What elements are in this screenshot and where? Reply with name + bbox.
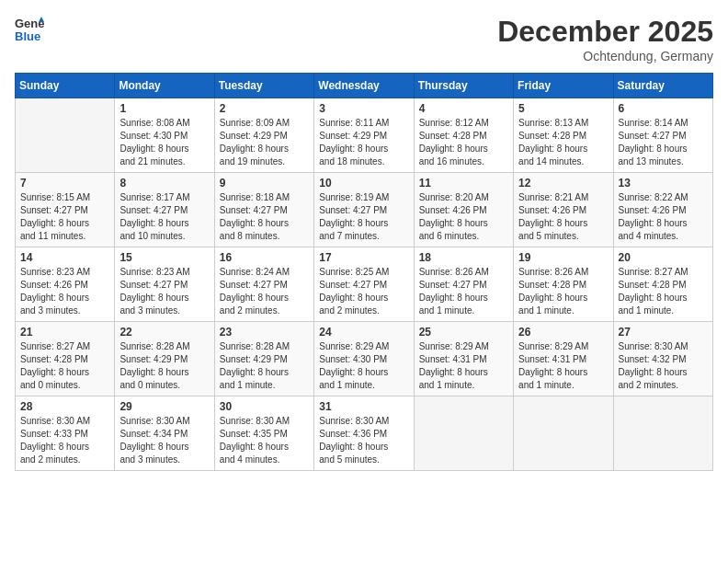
day-number: 16 [220, 251, 309, 264]
day-info: Sunrise: 8:26 AMSunset: 4:27 PMDaylight:… [419, 266, 508, 317]
svg-text:Blue: Blue [15, 29, 40, 43]
calendar-cell: 25Sunrise: 8:29 AMSunset: 4:31 PMDayligh… [414, 322, 513, 396]
column-header-tuesday: Tuesday [214, 74, 313, 98]
day-number: 10 [319, 177, 408, 190]
calendar-cell: 10Sunrise: 8:19 AMSunset: 4:27 PMDayligh… [314, 173, 414, 247]
day-info: Sunrise: 8:27 AMSunset: 4:28 PMDaylight:… [619, 266, 708, 317]
day-number: 13 [619, 177, 708, 190]
day-info: Sunrise: 8:29 AMSunset: 4:31 PMDaylight:… [419, 340, 508, 392]
day-number: 1 [119, 102, 209, 115]
calendar-cell: 13Sunrise: 8:22 AMSunset: 4:26 PMDayligh… [613, 173, 712, 247]
day-number: 23 [220, 326, 309, 339]
calendar-cell: 18Sunrise: 8:26 AMSunset: 4:27 PMDayligh… [414, 247, 513, 322]
day-info: Sunrise: 8:13 AMSunset: 4:28 PMDaylight:… [518, 117, 608, 168]
calendar-table: SundayMondayTuesdayWednesdayThursdayFrid… [15, 73, 713, 471]
calendar-cell: 3Sunrise: 8:11 AMSunset: 4:29 PMDaylight… [314, 98, 414, 173]
calendar-week-5: 28Sunrise: 8:30 AMSunset: 4:33 PMDayligh… [16, 396, 713, 471]
title-block: December 2025 Ochtendung, Germany [497, 15, 713, 63]
day-number: 12 [518, 177, 608, 190]
day-info: Sunrise: 8:14 AMSunset: 4:27 PMDaylight:… [619, 117, 708, 168]
calendar-cell [414, 396, 513, 471]
calendar-cell: 14Sunrise: 8:23 AMSunset: 4:26 PMDayligh… [16, 247, 115, 322]
day-number: 21 [20, 326, 109, 339]
day-info: Sunrise: 8:29 AMSunset: 4:30 PMDaylight:… [319, 340, 408, 392]
day-number: 18 [419, 251, 508, 264]
day-number: 28 [20, 400, 109, 413]
day-info: Sunrise: 8:30 AMSunset: 4:36 PMDaylight:… [319, 415, 408, 466]
calendar-week-1: 1Sunrise: 8:08 AMSunset: 4:30 PMDaylight… [16, 98, 713, 173]
calendar-cell: 23Sunrise: 8:28 AMSunset: 4:29 PMDayligh… [214, 322, 313, 396]
day-info: Sunrise: 8:29 AMSunset: 4:31 PMDaylight:… [518, 340, 608, 392]
day-info: Sunrise: 8:17 AMSunset: 4:27 PMDaylight:… [119, 191, 209, 243]
calendar-cell: 11Sunrise: 8:20 AMSunset: 4:26 PMDayligh… [414, 173, 513, 247]
day-number: 26 [518, 326, 608, 339]
day-number: 20 [619, 251, 708, 264]
calendar-cell: 26Sunrise: 8:29 AMSunset: 4:31 PMDayligh… [514, 322, 613, 396]
day-number: 7 [20, 177, 109, 190]
calendar-body: 1Sunrise: 8:08 AMSunset: 4:30 PMDaylight… [16, 98, 713, 471]
day-info: Sunrise: 8:11 AMSunset: 4:29 PMDaylight:… [319, 117, 408, 168]
day-number: 9 [220, 177, 309, 190]
calendar-cell [514, 396, 613, 471]
logo: General Blue [15, 15, 48, 44]
calendar-cell: 1Sunrise: 8:08 AMSunset: 4:30 PMDaylight… [115, 98, 214, 173]
day-info: Sunrise: 8:23 AMSunset: 4:27 PMDaylight:… [119, 266, 209, 317]
calendar-cell: 29Sunrise: 8:30 AMSunset: 4:34 PMDayligh… [115, 396, 214, 471]
location: Ochtendung, Germany [497, 49, 713, 63]
calendar-cell: 9Sunrise: 8:18 AMSunset: 4:27 PMDaylight… [214, 173, 313, 247]
calendar-header-row: SundayMondayTuesdayWednesdayThursdayFrid… [16, 74, 713, 98]
calendar-cell: 17Sunrise: 8:25 AMSunset: 4:27 PMDayligh… [314, 247, 414, 322]
day-number: 8 [119, 177, 209, 190]
calendar-cell: 8Sunrise: 8:17 AMSunset: 4:27 PMDaylight… [115, 173, 214, 247]
day-number: 17 [319, 251, 408, 264]
day-info: Sunrise: 8:09 AMSunset: 4:29 PMDaylight:… [220, 117, 309, 168]
day-info: Sunrise: 8:30 AMSunset: 4:35 PMDaylight:… [220, 415, 309, 466]
column-header-monday: Monday [115, 74, 214, 98]
calendar-week-4: 21Sunrise: 8:27 AMSunset: 4:28 PMDayligh… [16, 322, 713, 396]
day-number: 14 [20, 251, 109, 264]
day-info: Sunrise: 8:12 AMSunset: 4:28 PMDaylight:… [419, 117, 508, 168]
calendar-cell: 31Sunrise: 8:30 AMSunset: 4:36 PMDayligh… [314, 396, 414, 471]
day-info: Sunrise: 8:24 AMSunset: 4:27 PMDaylight:… [220, 266, 309, 317]
day-number: 29 [119, 400, 209, 413]
calendar-cell: 20Sunrise: 8:27 AMSunset: 4:28 PMDayligh… [613, 247, 712, 322]
day-info: Sunrise: 8:28 AMSunset: 4:29 PMDaylight:… [119, 340, 209, 392]
calendar-week-2: 7Sunrise: 8:15 AMSunset: 4:27 PMDaylight… [16, 173, 713, 247]
calendar-cell: 22Sunrise: 8:28 AMSunset: 4:29 PMDayligh… [115, 322, 214, 396]
day-number: 3 [319, 102, 408, 115]
calendar-cell: 27Sunrise: 8:30 AMSunset: 4:32 PMDayligh… [613, 322, 712, 396]
day-number: 30 [220, 400, 309, 413]
day-info: Sunrise: 8:30 AMSunset: 4:33 PMDaylight:… [20, 415, 109, 466]
day-info: Sunrise: 8:22 AMSunset: 4:26 PMDaylight:… [619, 191, 708, 243]
calendar-week-3: 14Sunrise: 8:23 AMSunset: 4:26 PMDayligh… [16, 247, 713, 322]
day-info: Sunrise: 8:15 AMSunset: 4:27 PMDaylight:… [20, 191, 109, 243]
column-header-thursday: Thursday [414, 74, 513, 98]
day-number: 19 [518, 251, 608, 264]
day-info: Sunrise: 8:21 AMSunset: 4:26 PMDaylight:… [518, 191, 608, 243]
day-number: 11 [419, 177, 508, 190]
day-number: 6 [619, 102, 708, 115]
day-info: Sunrise: 8:25 AMSunset: 4:27 PMDaylight:… [319, 266, 408, 317]
day-number: 15 [119, 251, 209, 264]
day-info: Sunrise: 8:26 AMSunset: 4:28 PMDaylight:… [518, 266, 608, 317]
day-number: 2 [220, 102, 309, 115]
calendar-cell: 2Sunrise: 8:09 AMSunset: 4:29 PMDaylight… [214, 98, 313, 173]
calendar-cell: 12Sunrise: 8:21 AMSunset: 4:26 PMDayligh… [514, 173, 613, 247]
calendar-cell: 4Sunrise: 8:12 AMSunset: 4:28 PMDaylight… [414, 98, 513, 173]
day-info: Sunrise: 8:23 AMSunset: 4:26 PMDaylight:… [20, 266, 109, 317]
calendar-cell: 21Sunrise: 8:27 AMSunset: 4:28 PMDayligh… [16, 322, 115, 396]
calendar-cell: 7Sunrise: 8:15 AMSunset: 4:27 PMDaylight… [16, 173, 115, 247]
day-number: 31 [319, 400, 408, 413]
column-header-sunday: Sunday [16, 74, 115, 98]
day-info: Sunrise: 8:28 AMSunset: 4:29 PMDaylight:… [220, 340, 309, 392]
day-number: 4 [419, 102, 508, 115]
column-header-friday: Friday [514, 74, 613, 98]
page-header: General Blue December 2025 Ochtendung, G… [15, 15, 713, 63]
day-info: Sunrise: 8:08 AMSunset: 4:30 PMDaylight:… [119, 117, 209, 168]
day-info: Sunrise: 8:30 AMSunset: 4:32 PMDaylight:… [619, 340, 708, 392]
calendar-cell: 16Sunrise: 8:24 AMSunset: 4:27 PMDayligh… [214, 247, 313, 322]
day-info: Sunrise: 8:19 AMSunset: 4:27 PMDaylight:… [319, 191, 408, 243]
calendar-cell: 28Sunrise: 8:30 AMSunset: 4:33 PMDayligh… [16, 396, 115, 471]
calendar-cell: 19Sunrise: 8:26 AMSunset: 4:28 PMDayligh… [514, 247, 613, 322]
logo-icon: General Blue [15, 15, 44, 44]
